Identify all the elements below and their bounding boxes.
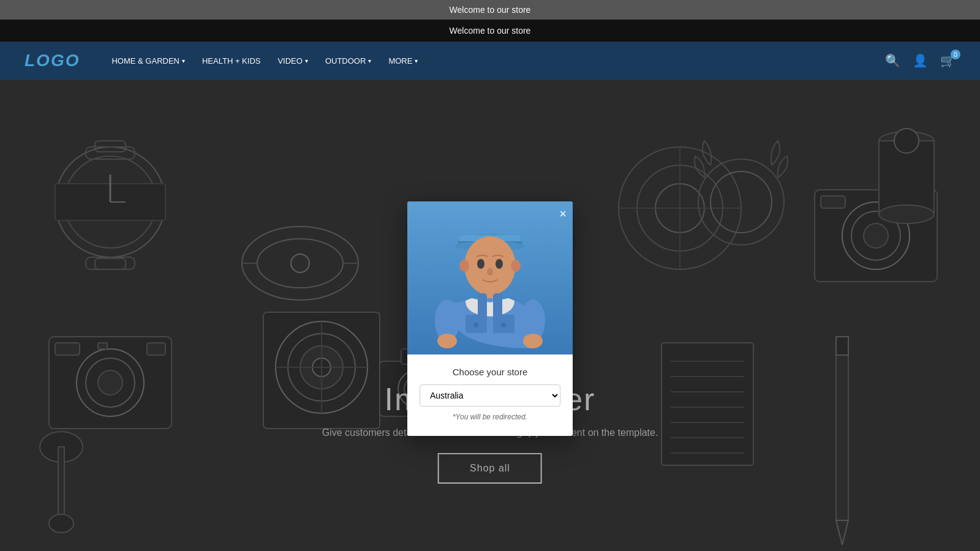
- modal-illustration: [407, 201, 573, 354]
- svg-point-72: [487, 268, 493, 276]
- nav-item-video[interactable]: VIDEO ▾: [270, 51, 315, 70]
- hero-section: Image banner Give customers details abou…: [0, 80, 980, 551]
- modal-overlay: ×: [0, 80, 980, 551]
- svg-point-74: [511, 260, 521, 272]
- nav-item-more[interactable]: MORE ▾: [381, 51, 425, 70]
- svg-point-84: [437, 334, 457, 348]
- nav-item-outdoor[interactable]: OUTDOOR ▾: [318, 51, 379, 70]
- chevron-down-icon: ▾: [368, 58, 371, 64]
- svg-point-71: [496, 259, 503, 269]
- svg-point-73: [459, 260, 469, 272]
- svg-rect-76: [478, 293, 487, 318]
- svg-point-69: [464, 236, 516, 295]
- svg-rect-77: [493, 293, 502, 318]
- chevron-down-icon: ▾: [182, 58, 185, 64]
- svg-point-80: [473, 323, 478, 328]
- cart-icon[interactable]: 🛒 0: [940, 53, 956, 68]
- header: LOGO HOME & GARDEN ▾ HEALTH + KIDS VIDEO…: [0, 42, 980, 80]
- worker-illustration: [429, 208, 551, 354]
- svg-point-81: [501, 323, 506, 328]
- announcement-bar-top: Welcome to our store: [0, 0, 980, 20]
- svg-point-85: [523, 334, 543, 348]
- modal-redirect-note: *You will be redirected.: [420, 413, 560, 421]
- chevron-down-icon: ▾: [305, 58, 308, 64]
- search-icon[interactable]: 🔍: [885, 53, 900, 68]
- header-icons: 🔍 👤 🛒 0: [885, 53, 956, 68]
- modal-title: Choose your store: [420, 367, 560, 377]
- nav: HOME & GARDEN ▾ HEALTH + KIDS VIDEO ▾ OU…: [104, 51, 885, 70]
- cart-badge: 0: [951, 50, 960, 59]
- modal-body: Choose your store Australia New Zealand …: [407, 354, 573, 436]
- logo: LOGO: [24, 51, 80, 70]
- chevron-down-icon: ▾: [415, 58, 418, 64]
- svg-point-70: [477, 259, 484, 269]
- account-icon[interactable]: 👤: [913, 53, 928, 68]
- nav-item-home-garden[interactable]: HOME & GARDEN ▾: [104, 51, 192, 70]
- store-select[interactable]: Australia New Zealand United States Unit…: [420, 384, 560, 407]
- modal-close-button[interactable]: ×: [559, 208, 567, 220]
- nav-item-health-kids[interactable]: HEALTH + KIDS: [195, 51, 268, 70]
- announcement-bar-main: Welcome to our store: [0, 20, 980, 42]
- store-selector-modal: ×: [407, 201, 573, 436]
